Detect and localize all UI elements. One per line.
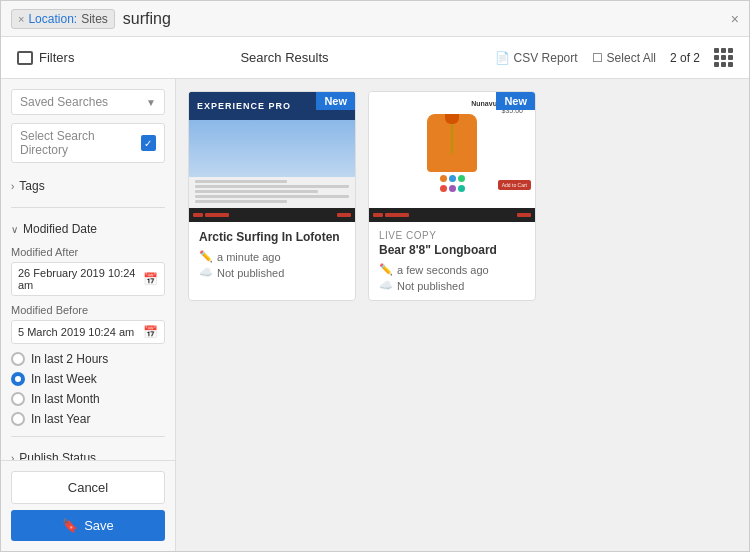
modified-after-value: 26 February 2019 10:24 am: [18, 267, 143, 291]
modified-date-header[interactable]: ∨ Modified Date: [11, 218, 165, 240]
main-content: Saved Searches ▼ Select Search Directory…: [1, 79, 749, 551]
radio-week-label: In last Week: [31, 372, 97, 386]
card-thumbnail-2: Nunavut Fleece $35.00: [369, 92, 535, 222]
card-meta-1: ✏️ a minute ago ☁️ Not published: [199, 250, 345, 279]
tags-header[interactable]: › Tags: [11, 175, 165, 197]
grid-view-icon[interactable]: [714, 48, 733, 67]
select-all-icon: ☐: [592, 51, 603, 65]
card-publish-status-2: Not published: [397, 280, 464, 292]
csv-report-button[interactable]: 📄 CSV Report: [495, 51, 578, 65]
modified-before-input[interactable]: 5 March 2019 10:24 am 📅: [11, 320, 165, 344]
search-results-title: Search Results: [86, 50, 482, 65]
location-label: Location:: [28, 12, 77, 26]
publish-status-label: Publish Status: [19, 451, 96, 460]
chevron-right-publish-icon: ›: [11, 453, 14, 461]
new-badge-1: New: [316, 92, 355, 110]
radio-circle-month: [11, 392, 25, 406]
cloud-icon-1: ☁️: [199, 266, 213, 279]
card-status-1: ☁️ Not published: [199, 266, 345, 279]
titlebar: × Location: Sites surfing ×: [1, 1, 749, 37]
card-thumbnail-1: EXPERIENCE PRO: [189, 92, 355, 222]
radio-year-label: In last Year: [31, 412, 90, 426]
location-value: Sites: [81, 12, 108, 26]
result-count: 2 of 2: [670, 51, 700, 65]
select-all-label: Select All: [607, 51, 656, 65]
card-time-ago-2: a few seconds ago: [397, 264, 489, 276]
cloud-icon-2: ☁️: [379, 279, 393, 292]
calendar-icon-after[interactable]: 📅: [143, 272, 158, 286]
modified-before-value: 5 March 2019 10:24 am: [18, 326, 134, 338]
saved-searches-dropdown[interactable]: Saved Searches ▼: [11, 89, 165, 115]
card-info-2: LIVE COPY Bear 8'8" Longboard ✏️ a few s…: [369, 222, 535, 300]
close-location-icon[interactable]: ×: [18, 13, 24, 25]
radio-month[interactable]: In last Month: [11, 392, 165, 406]
sidebar: Saved Searches ▼ Select Search Directory…: [1, 79, 176, 551]
arctic-thumbnail: EXPERIENCE PRO: [189, 92, 355, 222]
select-search-directory[interactable]: Select Search Directory ✓: [11, 123, 165, 163]
chevron-right-icon: ›: [11, 181, 14, 192]
result-card-1[interactable]: EXPERIENCE PRO: [188, 91, 356, 301]
csv-icon: 📄: [495, 51, 510, 65]
location-tag[interactable]: × Location: Sites: [11, 9, 115, 29]
radio-circle-week: [11, 372, 25, 386]
select-all-button[interactable]: ☐ Select All: [592, 51, 656, 65]
modified-after-input[interactable]: 26 February 2019 10:24 am 📅: [11, 262, 165, 296]
publish-status-header[interactable]: › Publish Status: [11, 447, 165, 460]
saved-searches-label: Saved Searches: [20, 95, 108, 109]
select-search-dir-label: Select Search Directory: [20, 129, 141, 157]
save-button[interactable]: 🔖 Save: [11, 510, 165, 541]
card-time-2: ✏️ a few seconds ago: [379, 263, 525, 276]
modified-date-label: Modified Date: [23, 222, 97, 236]
pencil-icon-1: ✏️: [199, 250, 213, 263]
toolbar: Filters Search Results 📄 CSV Report ☐ Se…: [1, 37, 749, 79]
card-time-1: ✏️ a minute ago: [199, 250, 345, 263]
radio-2hours[interactable]: In last 2 Hours: [11, 352, 165, 366]
filter-icon: [17, 51, 33, 65]
new-badge-2: New: [496, 92, 535, 110]
card-publish-status-1: Not published: [217, 267, 284, 279]
tags-section: › Tags: [11, 175, 165, 197]
card-title-2: Bear 8'8" Longboard: [379, 243, 525, 257]
card-time-ago-1: a minute ago: [217, 251, 281, 263]
card-meta-2: ✏️ a few seconds ago ☁️ Not published: [379, 263, 525, 292]
save-icon: 🔖: [62, 518, 78, 533]
radio-week[interactable]: In last Week: [11, 372, 165, 386]
toolbar-actions: 📄 CSV Report ☐ Select All 2 of 2: [495, 48, 733, 67]
chevron-down-icon: ▼: [146, 97, 156, 108]
publish-status-section: › Publish Status: [11, 447, 165, 460]
radio-2hours-label: In last 2 Hours: [31, 352, 108, 366]
radio-month-label: In last Month: [31, 392, 100, 406]
search-dir-checkbox[interactable]: ✓: [141, 135, 156, 151]
live-copy-label: LIVE COPY: [379, 230, 525, 241]
search-query: surfing: [123, 10, 171, 28]
save-label: Save: [84, 518, 114, 533]
filters-toggle[interactable]: Filters: [17, 50, 74, 65]
radio-circle-year: [11, 412, 25, 426]
filters-label: Filters: [39, 50, 74, 65]
window-close-icon[interactable]: ×: [731, 11, 739, 27]
cancel-button[interactable]: Cancel: [11, 471, 165, 504]
csv-report-label: CSV Report: [514, 51, 578, 65]
radio-circle-2hours: [11, 352, 25, 366]
modified-before-label: Modified Before: [11, 304, 165, 316]
card-status-2: ☁️ Not published: [379, 279, 525, 292]
calendar-icon-before[interactable]: 📅: [143, 325, 158, 339]
radio-year[interactable]: In last Year: [11, 412, 165, 426]
result-card-2[interactable]: Nunavut Fleece $35.00: [368, 91, 536, 301]
chevron-down-icon-2: ∨: [11, 224, 18, 235]
divider-2: [11, 436, 165, 437]
pencil-icon-2: ✏️: [379, 263, 393, 276]
card-title-1: Arctic Surfing In Lofoten: [199, 230, 345, 244]
time-range-group: In last 2 Hours In last Week In last Mon…: [11, 352, 165, 426]
tags-label: Tags: [19, 179, 44, 193]
results-area: EXPERIENCE PRO: [176, 79, 749, 551]
card-info-1: Arctic Surfing In Lofoten ✏️ a minute ag…: [189, 222, 355, 287]
modified-date-section: ∨ Modified Date Modified After 26 Februa…: [11, 218, 165, 426]
longboard-thumbnail: Nunavut Fleece $35.00: [369, 92, 535, 222]
modified-after-label: Modified After: [11, 246, 165, 258]
divider-1: [11, 207, 165, 208]
modified-date-body: Modified After 26 February 2019 10:24 am…: [11, 240, 165, 426]
sidebar-footer: Cancel 🔖 Save: [1, 460, 175, 551]
